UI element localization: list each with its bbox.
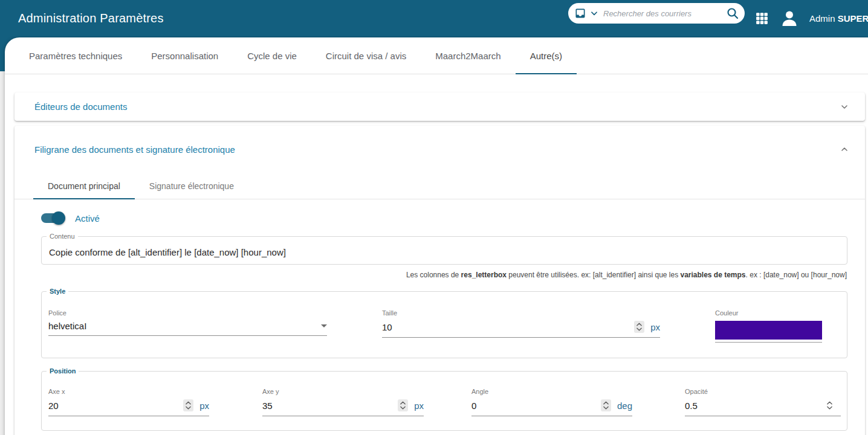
contenu-field: Contenu <box>41 233 847 265</box>
user-menu[interactable]: Admin SUPER <box>809 13 868 24</box>
user-first-name: Admin <box>809 13 835 24</box>
search-icon[interactable] <box>725 6 740 21</box>
opacite-label: Opacité <box>685 388 841 395</box>
tab-parametres-techniques[interactable]: Paramètres techniques <box>15 37 137 74</box>
police-label: Police <box>48 309 327 317</box>
police-select[interactable] <box>48 321 327 336</box>
style-group: Style Police Taille px <box>41 288 847 358</box>
number-stepper[interactable] <box>824 399 835 411</box>
subtab-signature-electronique[interactable]: Signature électronique <box>135 173 248 199</box>
couleur-underline <box>715 342 822 343</box>
active-subtab-inkbar <box>33 198 135 199</box>
subtab-document-principal[interactable]: Document principal <box>33 173 135 199</box>
watermark-enable-row: Activé <box>41 210 100 226</box>
number-stepper[interactable] <box>183 399 193 411</box>
axe-x-field: px <box>48 399 209 416</box>
accordion-editeurs-documents[interactable]: Éditeurs de documents <box>15 92 865 121</box>
axe-y-label: Axe y <box>262 388 424 395</box>
axe-y-unit: px <box>414 401 424 411</box>
search-input[interactable] <box>603 9 725 18</box>
search-bar[interactable] <box>568 3 745 24</box>
angle-label: Angle <box>471 388 632 395</box>
select-arrow-icon[interactable] <box>321 324 327 327</box>
toggle-thumb[interactable] <box>52 211 65 225</box>
chevron-down-icon[interactable] <box>590 9 598 18</box>
content-card: Paramètres techniques Personnalisation C… <box>5 37 868 435</box>
taille-field: px <box>382 321 660 338</box>
taille-unit: px <box>650 322 660 332</box>
contenu-label: Contenu <box>47 233 78 240</box>
number-stepper[interactable] <box>601 399 611 411</box>
chevron-up-icon[interactable] <box>840 144 849 156</box>
angle-input[interactable] <box>471 401 601 411</box>
watermark-subtabs: Document principal Signature électroniqu… <box>15 173 865 199</box>
opacite-field <box>685 399 841 416</box>
position-legend: Position <box>47 367 79 375</box>
accordion-title[interactable]: Filigrane des documents et signature éle… <box>34 144 235 155</box>
couleur-label: Couleur <box>715 309 822 317</box>
admin-tabbar: Paramètres techniques Personnalisation C… <box>5 37 868 74</box>
axe-x-unit: px <box>199 401 209 411</box>
opacite-input[interactable] <box>685 401 824 411</box>
user-avatar-icon[interactable] <box>780 9 798 27</box>
contenu-input[interactable] <box>49 247 840 257</box>
tab-maarch2maarch[interactable]: Maarch2Maarch <box>421 37 515 74</box>
axe-y-field: px <box>262 399 424 416</box>
tab-personnalisation[interactable]: Personnalisation <box>137 37 233 74</box>
tab-autres[interactable]: Autre(s) <box>516 37 577 74</box>
watermark-enabled-toggle[interactable] <box>41 213 64 223</box>
style-legend: Style <box>47 288 68 295</box>
app-header: Administration Paramètres Admin SUPER <box>0 0 868 36</box>
number-stepper[interactable] <box>398 399 408 411</box>
contenu-hint: Les colonnes de res_letterbox peuvent êt… <box>41 271 847 279</box>
apps-grid-icon[interactable] <box>754 11 769 26</box>
position-group: Position Axe x px Axe y <box>41 367 847 431</box>
axe-y-input[interactable] <box>262 401 398 411</box>
tab-circuit-visa-avis[interactable]: Circuit de visa / avis <box>311 37 421 74</box>
active-tab-inkbar <box>516 73 577 74</box>
axe-x-input[interactable] <box>48 401 183 411</box>
tab-cycle-de-vie[interactable]: Cycle de vie <box>233 37 311 74</box>
couleur-swatch[interactable] <box>715 321 822 340</box>
angle-unit: deg <box>617 401 632 411</box>
taille-label: Taille <box>382 309 660 317</box>
page-title: Administration Paramètres <box>18 0 164 36</box>
inbox-icon[interactable] <box>574 7 586 19</box>
taille-input[interactable] <box>382 322 634 332</box>
chevron-down-icon <box>840 102 849 114</box>
accordion-filigrane: Filigrane des documents et signature éle… <box>15 126 865 435</box>
angle-field: deg <box>471 399 632 416</box>
number-stepper[interactable] <box>634 321 644 333</box>
accordion-title: Éditeurs de documents <box>34 92 127 121</box>
police-value[interactable] <box>48 321 316 331</box>
user-last-name: SUPER <box>838 13 868 24</box>
toggle-label: Activé <box>75 213 100 224</box>
axe-x-label: Axe x <box>48 388 209 395</box>
